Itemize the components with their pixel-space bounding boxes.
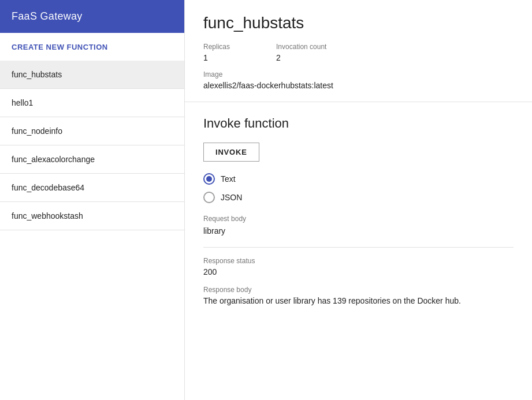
radio-text-item[interactable]: Text — [203, 173, 514, 185]
sidebar: FaaS Gateway CREATE NEW FUNCTION func_hu… — [0, 0, 185, 400]
invoke-button[interactable]: INVOKE — [203, 143, 259, 162]
sidebar-item-label: func_nodeinfo — [12, 126, 62, 136]
main-content: func_hubstats Replicas 1 Invocation coun… — [185, 0, 532, 400]
function-header: func_hubstats Replicas 1 Invocation coun… — [185, 0, 532, 102]
image-value: alexellis2/faas-dockerhubstats:latest — [203, 81, 514, 90]
sidebar-item-label: func_decodebase64 — [12, 183, 84, 192]
replicas-meta: Replicas 1 — [203, 43, 230, 62]
response-body-label: Response body — [203, 286, 514, 294]
invoke-section: Invoke function INVOKE Text JSON Request… — [185, 102, 532, 319]
sidebar-item-func-hubstats[interactable]: func_hubstats — [0, 61, 184, 89]
sidebar-item-label: func_hubstats — [12, 70, 62, 79]
function-list: func_hubstats hello1 func_nodeinfo func_… — [0, 61, 184, 400]
format-radio-group: Text JSON — [203, 173, 514, 203]
request-body-label: Request body — [203, 215, 514, 223]
response-body-value: The organisation or user library has 139… — [203, 296, 514, 305]
radio-text-circle — [203, 173, 215, 185]
radio-text-label: Text — [221, 174, 236, 184]
divider — [203, 247, 514, 248]
replicas-label: Replicas — [203, 43, 230, 51]
invocation-value: 2 — [276, 53, 326, 62]
app-title: FaaS Gateway — [0, 0, 184, 33]
sidebar-item-hello1[interactable]: hello1 — [0, 89, 184, 117]
sidebar-item-label: func_alexacolorchange — [12, 155, 95, 164]
radio-json-label: JSON — [221, 193, 242, 202]
request-body-value: library — [203, 226, 514, 235]
response-section: Response status 200 Response body The or… — [203, 257, 514, 305]
image-section: Image alexellis2/faas-dockerhubstats:lat… — [203, 70, 514, 90]
image-label: Image — [203, 70, 514, 78]
create-new-function-link[interactable]: CREATE NEW FUNCTION — [12, 43, 108, 51]
sidebar-item-label: hello1 — [12, 98, 33, 107]
function-meta: Replicas 1 Invocation count 2 — [203, 43, 514, 62]
sidebar-item-func-alexacolorchange[interactable]: func_alexacolorchange — [0, 145, 184, 174]
invocation-meta: Invocation count 2 — [276, 43, 326, 62]
function-name: func_hubstats — [203, 14, 514, 32]
sidebar-item-func-decodebase64[interactable]: func_decodebase64 — [0, 174, 184, 202]
invoke-title: Invoke function — [203, 116, 514, 131]
response-status-value: 200 — [203, 267, 514, 276]
replicas-value: 1 — [203, 53, 230, 62]
create-new-function-container: CREATE NEW FUNCTION — [0, 33, 184, 56]
radio-json-item[interactable]: JSON — [203, 192, 514, 203]
response-status-label: Response status — [203, 257, 514, 265]
radio-json-circle — [203, 192, 215, 203]
sidebar-item-label: func_webhookstash — [12, 211, 83, 220]
app-title-text: FaaS Gateway — [12, 10, 83, 22]
sidebar-item-func-webhookstash[interactable]: func_webhookstash — [0, 202, 184, 230]
sidebar-item-func-nodeinfo[interactable]: func_nodeinfo — [0, 117, 184, 145]
invocation-label: Invocation count — [276, 43, 326, 51]
